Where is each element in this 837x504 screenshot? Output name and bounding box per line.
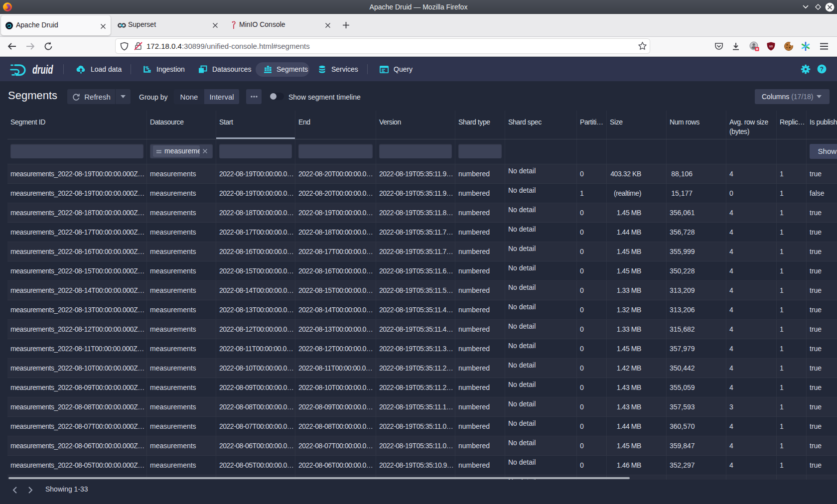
svg-text:uo: uo — [769, 44, 773, 48]
svg-text:?: ? — [820, 66, 824, 73]
